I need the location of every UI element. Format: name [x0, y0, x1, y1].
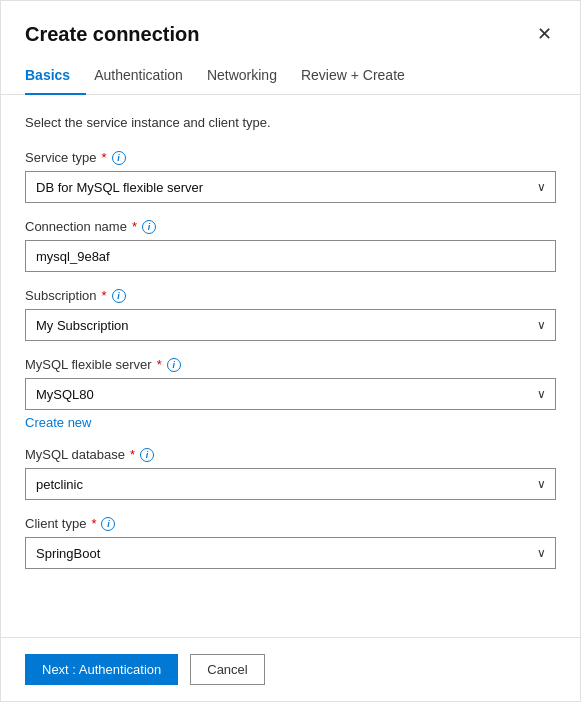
mysql-flexible-server-label: MySQL flexible server * i	[25, 357, 556, 372]
create-connection-dialog: Create connection ✕ Basics Authenticatio…	[0, 0, 581, 702]
connection-name-input[interactable]	[25, 240, 556, 272]
mysql-flexible-server-required: *	[157, 357, 162, 372]
service-type-required: *	[102, 150, 107, 165]
dialog-footer: Next : Authentication Cancel	[1, 637, 580, 701]
create-new-link[interactable]: Create new	[25, 415, 91, 430]
dialog-header: Create connection ✕	[1, 1, 580, 57]
client-type-required: *	[91, 516, 96, 531]
client-type-group: Client type * i SpringBoot ∨	[25, 516, 556, 569]
tabs-container: Basics Authentication Networking Review …	[1, 57, 580, 95]
close-icon[interactable]: ✕	[533, 21, 556, 47]
tab-review-create[interactable]: Review + Create	[301, 57, 421, 95]
subscription-select[interactable]: My Subscription	[25, 309, 556, 341]
dialog-title: Create connection	[25, 23, 199, 46]
service-type-group: Service type * i DB for MySQL flexible s…	[25, 150, 556, 203]
client-type-select-wrapper: SpringBoot ∨	[25, 537, 556, 569]
connection-name-label: Connection name * i	[25, 219, 556, 234]
client-type-select[interactable]: SpringBoot	[25, 537, 556, 569]
mysql-database-required: *	[130, 447, 135, 462]
mysql-flexible-server-select[interactable]: MySQL80	[25, 378, 556, 410]
next-authentication-button[interactable]: Next : Authentication	[25, 654, 178, 685]
mysql-flexible-server-group: MySQL flexible server * i MySQL80 ∨ Crea…	[25, 357, 556, 431]
dialog-body: Select the service instance and client t…	[1, 95, 580, 637]
cancel-button[interactable]: Cancel	[190, 654, 264, 685]
mysql-database-info-icon[interactable]: i	[140, 448, 154, 462]
mysql-database-label: MySQL database * i	[25, 447, 556, 462]
connection-name-info-icon[interactable]: i	[142, 220, 156, 234]
client-type-info-icon[interactable]: i	[101, 517, 115, 531]
subscription-select-wrapper: My Subscription ∨	[25, 309, 556, 341]
subscription-required: *	[102, 288, 107, 303]
tab-basics[interactable]: Basics	[25, 57, 86, 95]
connection-name-required: *	[132, 219, 137, 234]
mysql-database-select-wrapper: petclinic ∨	[25, 468, 556, 500]
subscription-info-icon[interactable]: i	[112, 289, 126, 303]
service-type-select[interactable]: DB for MySQL flexible server	[25, 171, 556, 203]
subscription-group: Subscription * i My Subscription ∨	[25, 288, 556, 341]
tab-networking[interactable]: Networking	[207, 57, 293, 95]
section-description: Select the service instance and client t…	[25, 115, 556, 130]
mysql-database-group: MySQL database * i petclinic ∨	[25, 447, 556, 500]
client-type-label: Client type * i	[25, 516, 556, 531]
mysql-database-select[interactable]: petclinic	[25, 468, 556, 500]
mysql-flexible-server-info-icon[interactable]: i	[167, 358, 181, 372]
connection-name-group: Connection name * i	[25, 219, 556, 272]
service-type-label: Service type * i	[25, 150, 556, 165]
mysql-flexible-server-select-wrapper: MySQL80 ∨	[25, 378, 556, 410]
subscription-label: Subscription * i	[25, 288, 556, 303]
tab-authentication[interactable]: Authentication	[94, 57, 199, 95]
service-type-info-icon[interactable]: i	[112, 151, 126, 165]
service-type-select-wrapper: DB for MySQL flexible server ∨	[25, 171, 556, 203]
